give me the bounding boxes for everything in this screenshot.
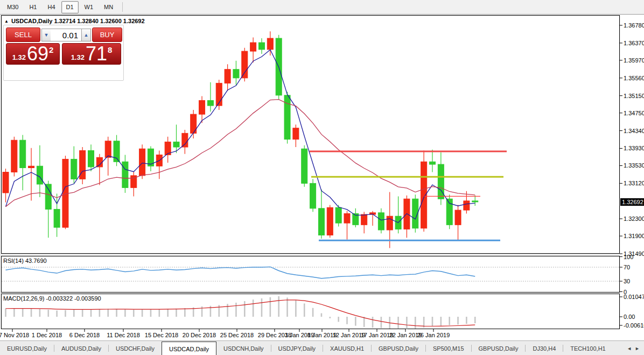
macd-pane[interactable] [1, 294, 620, 329]
timeframe-button-h4[interactable]: H4 [43, 1, 60, 13]
tab-eurusd-daily[interactable]: EURUSD,Daily [0, 341, 54, 355]
buy-price-sup: 8 [108, 45, 112, 54]
tab-tech100-h1[interactable]: TECH100,H1 [563, 341, 612, 355]
sell-price-display[interactable]: 1.32 69 2 [6, 43, 60, 65]
tab-gbpusd-daily[interactable]: GBPUSD,Daily [372, 341, 425, 355]
chart-tabs: EURUSD,DailyAUDUSD,DailyUSDCHF,DailyUSDC… [0, 341, 613, 355]
tab-usdjpy-daily[interactable]: USDJPY,Daily [271, 341, 323, 355]
sell-price-small: 1.32 [12, 53, 26, 62]
tab-dj30-h4[interactable]: DJ30,H4 [526, 341, 563, 355]
date-axis[interactable] [0, 329, 644, 340]
timeframe-button-d1[interactable]: D1 [61, 1, 79, 13]
tab-xauusd-h1[interactable]: XAUUSD,H1 [323, 341, 371, 355]
sell-price-sup: 2 [49, 45, 53, 54]
collapse-triangle-icon[interactable]: ▲ [4, 19, 9, 24]
timeframe-button-w1[interactable]: W1 [80, 1, 99, 13]
rsi-pane[interactable] [1, 256, 620, 293]
sell-button[interactable]: SELL [6, 27, 40, 42]
chart-tabbar: EURUSD,DailyAUDUSD,DailyUSDCHF,DailyUSDC… [0, 340, 644, 355]
timeframe-button-mn[interactable]: MN [99, 1, 118, 13]
timeframe-buttons: M30H1H4D1W1MN [2, 1, 119, 13]
chart-title-text: USDCAD,Daily 1.32714 1.32840 1.32600 1.3… [11, 18, 145, 24]
buy-price-small: 1.32 [71, 53, 85, 62]
tab-scroll-buttons: ◄ ► [627, 341, 644, 355]
timeframe-toolbar: M30H1H4D1W1MN [0, 0, 644, 15]
tab-usdchf-daily[interactable]: USDCHF,Daily [109, 341, 162, 355]
terminal-window: M30H1H4D1W1MN 1.367801.363701.359701.355… [0, 0, 644, 355]
buy-price-display[interactable]: 1.32 71 8 [62, 43, 121, 65]
one-click-trade-panel: SELL ▼ ▲ BUY 1.32 69 2 1.32 71 8 [3, 25, 124, 81]
timeframe-button-h1[interactable]: H1 [24, 1, 41, 13]
buy-price-big: 71 [86, 46, 107, 62]
buy-button[interactable]: BUY [92, 27, 122, 42]
timeframe-button-m30[interactable]: M30 [2, 1, 23, 13]
tab-scroll-left-icon[interactable]: ◄ [627, 346, 632, 351]
tab-sp500-m15[interactable]: SP500,M15 [426, 341, 471, 355]
volume-decrease-button[interactable]: ▼ [41, 29, 51, 41]
chart-title: ▲ USDCAD,Daily 1.32714 1.32840 1.32600 1… [4, 18, 145, 24]
sell-price-big: 69 [27, 46, 48, 62]
price-axis[interactable] [620, 15, 644, 329]
volume-increase-button[interactable]: ▲ [81, 29, 91, 41]
tab-gbpusd-daily[interactable]: GBPUSD,Daily [472, 341, 526, 355]
tab-audusd-daily[interactable]: AUDUSD,Daily [54, 341, 108, 355]
toolbar-separator [122, 2, 123, 12]
tab-scroll-right-icon[interactable]: ► [635, 346, 640, 351]
tab-usdcad-daily[interactable]: USDCAD,Daily [162, 342, 216, 355]
volume-input[interactable] [51, 29, 81, 41]
tab-usdcnh-daily[interactable]: USDCNH,Daily [216, 341, 271, 355]
